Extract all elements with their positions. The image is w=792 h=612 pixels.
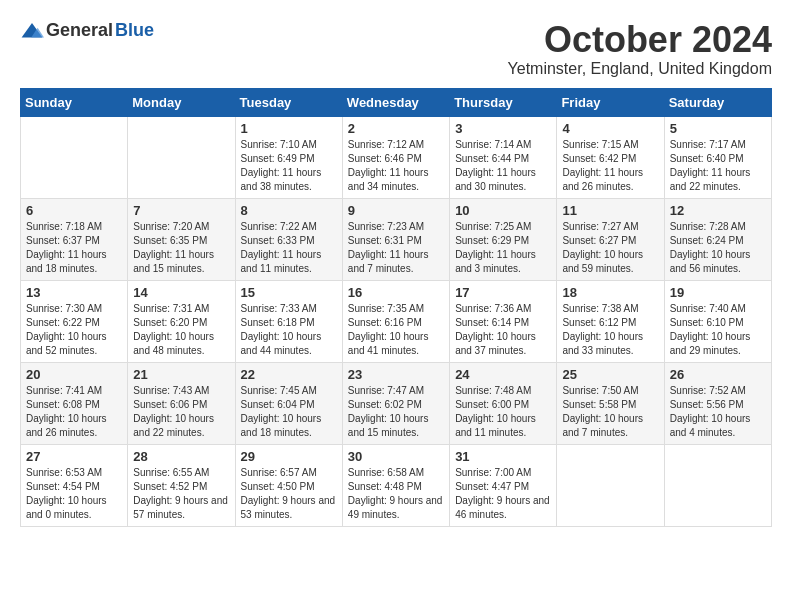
calendar-cell: 20Sunrise: 7:41 AMSunset: 6:08 PMDayligh… xyxy=(21,362,128,444)
day-number: 3 xyxy=(455,121,551,136)
calendar-cell: 8Sunrise: 7:22 AMSunset: 6:33 PMDaylight… xyxy=(235,198,342,280)
calendar-cell: 12Sunrise: 7:28 AMSunset: 6:24 PMDayligh… xyxy=(664,198,771,280)
day-number: 11 xyxy=(562,203,658,218)
calendar-cell: 9Sunrise: 7:23 AMSunset: 6:31 PMDaylight… xyxy=(342,198,449,280)
day-info: Sunrise: 7:12 AMSunset: 6:46 PMDaylight:… xyxy=(348,138,444,194)
day-info: Sunrise: 7:23 AMSunset: 6:31 PMDaylight:… xyxy=(348,220,444,276)
page-header: General Blue October 2024 Yetminster, En… xyxy=(20,20,772,78)
day-number: 26 xyxy=(670,367,766,382)
day-info: Sunrise: 7:38 AMSunset: 6:12 PMDaylight:… xyxy=(562,302,658,358)
day-number: 13 xyxy=(26,285,122,300)
calendar-header-thursday: Thursday xyxy=(450,88,557,116)
calendar-cell xyxy=(664,444,771,526)
day-info: Sunrise: 7:52 AMSunset: 5:56 PMDaylight:… xyxy=(670,384,766,440)
calendar-header-saturday: Saturday xyxy=(664,88,771,116)
day-info: Sunrise: 7:47 AMSunset: 6:02 PMDaylight:… xyxy=(348,384,444,440)
day-number: 31 xyxy=(455,449,551,464)
calendar-week-1: 6Sunrise: 7:18 AMSunset: 6:37 PMDaylight… xyxy=(21,198,772,280)
calendar-cell: 6Sunrise: 7:18 AMSunset: 6:37 PMDaylight… xyxy=(21,198,128,280)
calendar-header-row: SundayMondayTuesdayWednesdayThursdayFrid… xyxy=(21,88,772,116)
calendar-cell: 16Sunrise: 7:35 AMSunset: 6:16 PMDayligh… xyxy=(342,280,449,362)
day-number: 5 xyxy=(670,121,766,136)
calendar-week-2: 13Sunrise: 7:30 AMSunset: 6:22 PMDayligh… xyxy=(21,280,772,362)
calendar-cell: 31Sunrise: 7:00 AMSunset: 4:47 PMDayligh… xyxy=(450,444,557,526)
calendar-cell: 29Sunrise: 6:57 AMSunset: 4:50 PMDayligh… xyxy=(235,444,342,526)
day-number: 17 xyxy=(455,285,551,300)
calendar-header-friday: Friday xyxy=(557,88,664,116)
day-number: 14 xyxy=(133,285,229,300)
calendar-cell: 4Sunrise: 7:15 AMSunset: 6:42 PMDaylight… xyxy=(557,116,664,198)
calendar-cell: 22Sunrise: 7:45 AMSunset: 6:04 PMDayligh… xyxy=(235,362,342,444)
day-info: Sunrise: 7:50 AMSunset: 5:58 PMDaylight:… xyxy=(562,384,658,440)
day-number: 24 xyxy=(455,367,551,382)
calendar-cell: 1Sunrise: 7:10 AMSunset: 6:49 PMDaylight… xyxy=(235,116,342,198)
day-number: 1 xyxy=(241,121,337,136)
day-number: 22 xyxy=(241,367,337,382)
day-info: Sunrise: 7:27 AMSunset: 6:27 PMDaylight:… xyxy=(562,220,658,276)
day-number: 9 xyxy=(348,203,444,218)
calendar-cell: 27Sunrise: 6:53 AMSunset: 4:54 PMDayligh… xyxy=(21,444,128,526)
calendar-cell: 21Sunrise: 7:43 AMSunset: 6:06 PMDayligh… xyxy=(128,362,235,444)
day-info: Sunrise: 7:31 AMSunset: 6:20 PMDaylight:… xyxy=(133,302,229,358)
calendar-table: SundayMondayTuesdayWednesdayThursdayFrid… xyxy=(20,88,772,527)
day-info: Sunrise: 7:28 AMSunset: 6:24 PMDaylight:… xyxy=(670,220,766,276)
day-info: Sunrise: 7:20 AMSunset: 6:35 PMDaylight:… xyxy=(133,220,229,276)
day-info: Sunrise: 7:43 AMSunset: 6:06 PMDaylight:… xyxy=(133,384,229,440)
calendar-header-wednesday: Wednesday xyxy=(342,88,449,116)
day-number: 2 xyxy=(348,121,444,136)
title-section: October 2024 Yetminster, England, United… xyxy=(508,20,772,78)
day-number: 16 xyxy=(348,285,444,300)
calendar-cell: 28Sunrise: 6:55 AMSunset: 4:52 PMDayligh… xyxy=(128,444,235,526)
day-number: 4 xyxy=(562,121,658,136)
calendar-cell xyxy=(557,444,664,526)
day-number: 12 xyxy=(670,203,766,218)
day-info: Sunrise: 7:14 AMSunset: 6:44 PMDaylight:… xyxy=(455,138,551,194)
day-number: 19 xyxy=(670,285,766,300)
calendar-cell: 18Sunrise: 7:38 AMSunset: 6:12 PMDayligh… xyxy=(557,280,664,362)
day-info: Sunrise: 7:10 AMSunset: 6:49 PMDaylight:… xyxy=(241,138,337,194)
calendar-cell xyxy=(21,116,128,198)
logo-icon xyxy=(20,21,44,41)
day-number: 10 xyxy=(455,203,551,218)
day-info: Sunrise: 7:41 AMSunset: 6:08 PMDaylight:… xyxy=(26,384,122,440)
logo: General Blue xyxy=(20,20,154,41)
day-number: 6 xyxy=(26,203,122,218)
calendar-cell: 24Sunrise: 7:48 AMSunset: 6:00 PMDayligh… xyxy=(450,362,557,444)
day-number: 28 xyxy=(133,449,229,464)
day-info: Sunrise: 7:18 AMSunset: 6:37 PMDaylight:… xyxy=(26,220,122,276)
calendar-cell: 11Sunrise: 7:27 AMSunset: 6:27 PMDayligh… xyxy=(557,198,664,280)
day-info: Sunrise: 7:35 AMSunset: 6:16 PMDaylight:… xyxy=(348,302,444,358)
calendar-cell: 2Sunrise: 7:12 AMSunset: 6:46 PMDaylight… xyxy=(342,116,449,198)
calendar-week-3: 20Sunrise: 7:41 AMSunset: 6:08 PMDayligh… xyxy=(21,362,772,444)
day-number: 7 xyxy=(133,203,229,218)
day-info: Sunrise: 7:22 AMSunset: 6:33 PMDaylight:… xyxy=(241,220,337,276)
calendar-cell: 3Sunrise: 7:14 AMSunset: 6:44 PMDaylight… xyxy=(450,116,557,198)
day-number: 21 xyxy=(133,367,229,382)
calendar-cell: 13Sunrise: 7:30 AMSunset: 6:22 PMDayligh… xyxy=(21,280,128,362)
day-number: 27 xyxy=(26,449,122,464)
day-number: 30 xyxy=(348,449,444,464)
calendar-week-4: 27Sunrise: 6:53 AMSunset: 4:54 PMDayligh… xyxy=(21,444,772,526)
day-number: 25 xyxy=(562,367,658,382)
day-info: Sunrise: 7:30 AMSunset: 6:22 PMDaylight:… xyxy=(26,302,122,358)
day-number: 15 xyxy=(241,285,337,300)
day-number: 23 xyxy=(348,367,444,382)
day-info: Sunrise: 6:53 AMSunset: 4:54 PMDaylight:… xyxy=(26,466,122,522)
logo-blue-text: Blue xyxy=(115,20,154,41)
logo-general-text: General xyxy=(46,20,113,41)
location-title: Yetminster, England, United Kingdom xyxy=(508,60,772,78)
calendar-cell: 26Sunrise: 7:52 AMSunset: 5:56 PMDayligh… xyxy=(664,362,771,444)
day-number: 20 xyxy=(26,367,122,382)
day-info: Sunrise: 7:40 AMSunset: 6:10 PMDaylight:… xyxy=(670,302,766,358)
day-info: Sunrise: 6:55 AMSunset: 4:52 PMDaylight:… xyxy=(133,466,229,522)
day-info: Sunrise: 7:17 AMSunset: 6:40 PMDaylight:… xyxy=(670,138,766,194)
day-number: 18 xyxy=(562,285,658,300)
calendar-cell: 14Sunrise: 7:31 AMSunset: 6:20 PMDayligh… xyxy=(128,280,235,362)
day-info: Sunrise: 7:48 AMSunset: 6:00 PMDaylight:… xyxy=(455,384,551,440)
calendar-cell: 15Sunrise: 7:33 AMSunset: 6:18 PMDayligh… xyxy=(235,280,342,362)
calendar-cell: 25Sunrise: 7:50 AMSunset: 5:58 PMDayligh… xyxy=(557,362,664,444)
day-info: Sunrise: 7:45 AMSunset: 6:04 PMDaylight:… xyxy=(241,384,337,440)
calendar-cell xyxy=(128,116,235,198)
calendar-week-0: 1Sunrise: 7:10 AMSunset: 6:49 PMDaylight… xyxy=(21,116,772,198)
calendar-header-monday: Monday xyxy=(128,88,235,116)
